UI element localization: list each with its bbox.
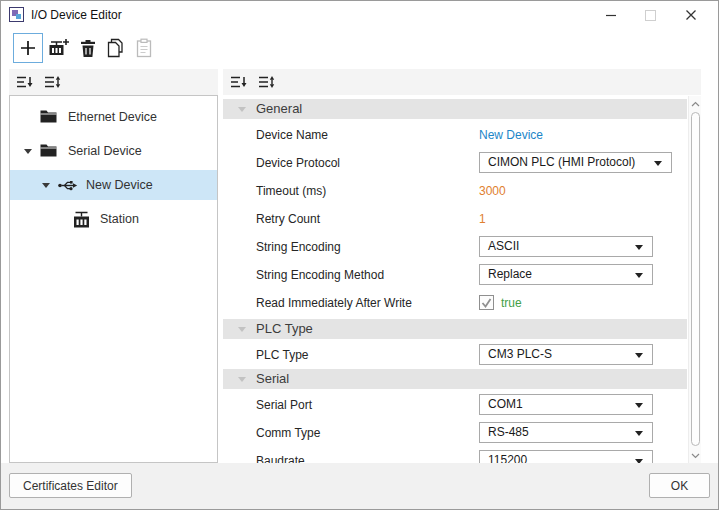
minimize-icon bbox=[605, 9, 617, 21]
chevron-down-icon bbox=[635, 273, 643, 278]
dropdown-value: RS-485 bbox=[488, 423, 529, 442]
ok-button[interactable]: OK bbox=[649, 473, 710, 498]
footer-bar: Certificates Editor OK bbox=[1, 463, 718, 510]
trash-icon bbox=[79, 39, 97, 58]
comm-type-dropdown[interactable]: RS-485 bbox=[479, 422, 653, 443]
io-device-editor-window: I/O Device Editor bbox=[0, 0, 719, 510]
close-button[interactable] bbox=[675, 1, 707, 29]
maximize-icon bbox=[645, 10, 656, 21]
retry-count-value[interactable]: 1 bbox=[479, 205, 486, 233]
window-title: I/O Device Editor bbox=[31, 1, 122, 29]
dropdown-value: COM1 bbox=[488, 395, 523, 414]
string-encoding-method-dropdown[interactable]: Replace bbox=[479, 264, 653, 285]
plc-type-dropdown[interactable]: CM3 PLC-S bbox=[479, 344, 653, 365]
tree-item-new-device[interactable]: New Device bbox=[10, 170, 217, 200]
section-collapse-icon bbox=[238, 107, 246, 112]
chevron-up-icon bbox=[691, 101, 700, 107]
copy-button[interactable] bbox=[101, 33, 131, 63]
properties-panel: General Device Name New Device Device Pr… bbox=[223, 69, 701, 463]
collapse-all-icon bbox=[230, 75, 248, 89]
section-header-plc-type[interactable]: PLC Type bbox=[223, 319, 687, 339]
minimize-button[interactable] bbox=[595, 1, 627, 29]
serial-port-dropdown[interactable]: COM1 bbox=[479, 394, 653, 415]
tree-item-label: Serial Device bbox=[68, 136, 142, 166]
usb-device-icon bbox=[58, 179, 78, 192]
property-label: Retry Count bbox=[256, 205, 320, 233]
dropdown-value: 115200 bbox=[488, 451, 527, 463]
dropdown-value: CM3 PLC-S bbox=[488, 345, 552, 364]
tree-item-label: Ethernet Device bbox=[68, 102, 157, 132]
collapse-all-button[interactable] bbox=[15, 74, 35, 90]
collapse-all-icon bbox=[16, 75, 34, 89]
property-row-device-name: Device Name New Device bbox=[223, 121, 687, 149]
app-icon bbox=[9, 7, 24, 22]
dropdown-value: ASCII bbox=[488, 237, 519, 256]
chevron-down-icon bbox=[635, 403, 643, 408]
section-title: PLC Type bbox=[256, 319, 313, 339]
device-protocol-dropdown[interactable]: CIMON PLC (HMI Protocol) bbox=[479, 152, 672, 173]
property-label: PLC Type bbox=[256, 341, 308, 369]
plus-icon bbox=[19, 39, 37, 57]
toolbar bbox=[1, 29, 718, 69]
add-station-button[interactable] bbox=[43, 33, 73, 63]
chevron-down-icon bbox=[635, 353, 643, 358]
expand-all-icon bbox=[44, 75, 62, 89]
add-device-button[interactable] bbox=[13, 33, 43, 63]
scroll-up-button[interactable] bbox=[689, 97, 701, 110]
read-after-write-value: true bbox=[501, 289, 522, 317]
property-label: Serial Port bbox=[256, 391, 312, 419]
tree-item-label: Station bbox=[100, 204, 139, 234]
expand-all-button[interactable] bbox=[43, 74, 63, 90]
tree-item-serial-device[interactable]: Serial Device bbox=[10, 136, 217, 166]
expander-icon[interactable] bbox=[24, 149, 32, 154]
tree-item-station[interactable]: Station bbox=[10, 204, 217, 234]
device-name-value[interactable]: New Device bbox=[479, 121, 543, 149]
timeout-value[interactable]: 3000 bbox=[479, 177, 506, 205]
section-header-general[interactable]: General bbox=[223, 99, 687, 119]
read-after-write-checkbox[interactable] bbox=[479, 295, 494, 310]
baudrate-dropdown[interactable]: 115200 bbox=[479, 450, 653, 463]
section-header-serial[interactable]: Serial bbox=[223, 369, 687, 389]
property-label: Device Protocol bbox=[256, 149, 340, 177]
paste-icon bbox=[136, 38, 152, 58]
property-label: Device Name bbox=[256, 121, 328, 149]
property-row-timeout: Timeout (ms) 3000 bbox=[223, 177, 687, 205]
expand-all-icon bbox=[258, 75, 276, 89]
collapse-all-button[interactable] bbox=[229, 74, 249, 90]
property-row-string-encoding: String Encoding ASCII bbox=[223, 233, 687, 261]
close-icon bbox=[685, 9, 697, 21]
property-row-retry-count: Retry Count 1 bbox=[223, 205, 687, 233]
expander-icon[interactable] bbox=[42, 183, 50, 188]
vertical-scrollbar[interactable] bbox=[688, 96, 701, 463]
folder-icon bbox=[40, 144, 57, 157]
property-row-plc-type: PLC Type CM3 PLC-S bbox=[223, 341, 687, 369]
title-bar: I/O Device Editor bbox=[1, 1, 718, 29]
section-collapse-icon bbox=[238, 327, 246, 332]
property-label: Baudrate bbox=[256, 447, 305, 463]
property-row-comm-type: Comm Type RS-485 bbox=[223, 419, 687, 447]
chevron-down-icon bbox=[691, 453, 700, 459]
dropdown-value: CIMON PLC (HMI Protocol) bbox=[488, 153, 635, 172]
scrollbar-thumb[interactable] bbox=[691, 112, 700, 446]
property-label: Comm Type bbox=[256, 419, 320, 447]
property-row-serial-port: Serial Port COM1 bbox=[223, 391, 687, 419]
station-icon bbox=[72, 211, 91, 228]
scroll-down-button[interactable] bbox=[689, 449, 701, 462]
station-plus-icon bbox=[47, 38, 70, 58]
maximize-button[interactable] bbox=[634, 1, 666, 29]
paste-button[interactable] bbox=[129, 33, 159, 63]
expand-all-button[interactable] bbox=[257, 74, 277, 90]
dropdown-value: Replace bbox=[488, 265, 532, 284]
property-row-baudrate: Baudrate 115200 bbox=[223, 447, 687, 463]
properties-header-strip bbox=[223, 69, 701, 95]
delete-button[interactable] bbox=[73, 33, 103, 63]
chevron-down-icon bbox=[654, 161, 662, 166]
tree-item-ethernet-device[interactable]: Ethernet Device bbox=[10, 102, 217, 132]
string-encoding-dropdown[interactable]: ASCII bbox=[479, 236, 653, 257]
property-label: Read Immediately After Write bbox=[256, 289, 412, 317]
section-collapse-icon bbox=[238, 377, 246, 382]
property-row-read-after-write: Read Immediately After Write true bbox=[223, 289, 687, 317]
certificates-editor-button[interactable]: Certificates Editor bbox=[9, 473, 132, 498]
section-title: Serial bbox=[256, 369, 289, 389]
device-tree: Ethernet Device Serial Device New Device bbox=[9, 95, 218, 463]
